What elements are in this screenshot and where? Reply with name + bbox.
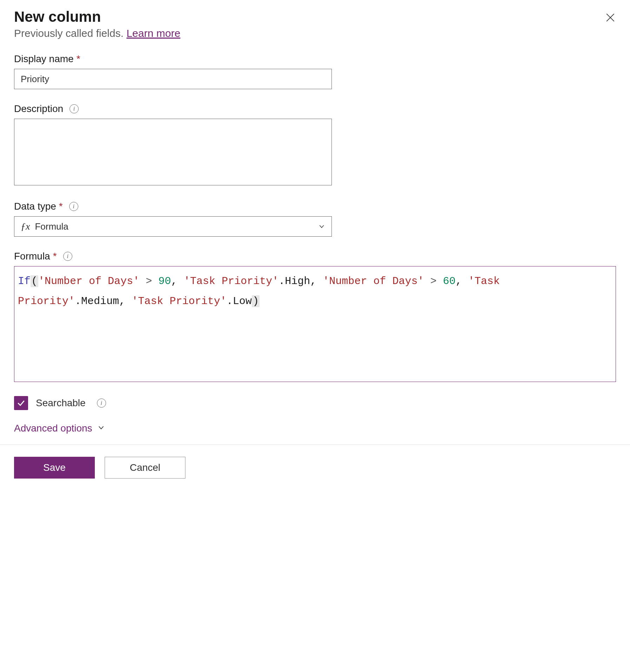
description-field: Description i: [14, 103, 616, 187]
panel-title: New column: [14, 8, 101, 25]
searchable-checkbox[interactable]: [14, 396, 28, 410]
searchable-label: Searchable: [36, 397, 86, 409]
data-type-value: Formula: [35, 221, 68, 232]
required-asterisk: *: [77, 53, 80, 65]
save-button[interactable]: Save: [14, 457, 95, 479]
formula-editor[interactable]: If('Number of Days' > 90, 'Task Priority…: [14, 266, 616, 382]
fx-icon: ƒx: [21, 221, 30, 232]
tok-plain: .High,: [278, 275, 323, 287]
tok-plain: .Medium,: [75, 295, 132, 307]
data-type-label: Data type * i: [14, 201, 616, 212]
info-icon[interactable]: i: [63, 252, 72, 261]
info-icon[interactable]: i: [69, 202, 78, 211]
display-name-field: Display name *: [14, 53, 616, 89]
tok-plain: .Low: [227, 295, 252, 307]
display-name-input[interactable]: [14, 69, 332, 89]
panel-subtitle: Previously called fields. Learn more: [14, 27, 616, 39]
chevron-down-icon: [97, 423, 105, 434]
required-asterisk: *: [59, 201, 63, 212]
formula-label-text: Formula: [14, 251, 50, 262]
tok-number: 60: [443, 275, 455, 287]
advanced-options-toggle[interactable]: Advanced options: [14, 423, 616, 434]
formula-label: Formula * i: [14, 251, 616, 262]
description-input[interactable]: [14, 119, 332, 185]
display-name-label: Display name *: [14, 53, 616, 65]
chevron-down-icon: [318, 223, 325, 230]
tok-keyword: If: [18, 275, 31, 287]
info-icon[interactable]: i: [70, 104, 79, 113]
data-type-dropdown[interactable]: ƒx Formula: [14, 216, 332, 237]
data-type-label-text: Data type: [14, 201, 56, 212]
advanced-options-label: Advanced options: [14, 423, 92, 434]
tok-paren: (: [31, 275, 38, 287]
tok-op: >: [424, 275, 443, 287]
tok-string: 'Number of Days': [323, 275, 424, 287]
tok-paren: ): [252, 295, 260, 307]
tok-string: 'Task Priority': [184, 275, 278, 287]
new-column-panel: New column Previously called fields. Lea…: [0, 0, 630, 493]
learn-more-link[interactable]: Learn more: [126, 27, 180, 39]
subtitle-text: Previously called fields.: [14, 27, 126, 39]
tok-plain: ,: [171, 275, 184, 287]
display-name-label-text: Display name: [14, 53, 74, 65]
divider: [0, 444, 630, 445]
tok-string: 'Task Priority': [132, 295, 227, 307]
header-row: New column: [14, 8, 616, 25]
tok-number: 90: [158, 275, 171, 287]
data-type-field: Data type * i ƒx Formula: [14, 201, 616, 237]
required-asterisk: *: [53, 251, 57, 262]
button-row: Save Cancel: [14, 457, 616, 479]
tok-op: >: [139, 275, 158, 287]
tok-plain: ,: [455, 275, 468, 287]
description-label-text: Description: [14, 103, 63, 114]
formula-field: Formula * i If('Number of Days' > 90, 'T…: [14, 251, 616, 382]
searchable-row: Searchable i: [14, 396, 616, 410]
tok-string: 'Number of Days': [38, 275, 139, 287]
close-icon[interactable]: [605, 8, 616, 25]
info-icon[interactable]: i: [97, 398, 106, 408]
description-label: Description i: [14, 103, 616, 114]
cancel-button[interactable]: Cancel: [105, 457, 185, 479]
